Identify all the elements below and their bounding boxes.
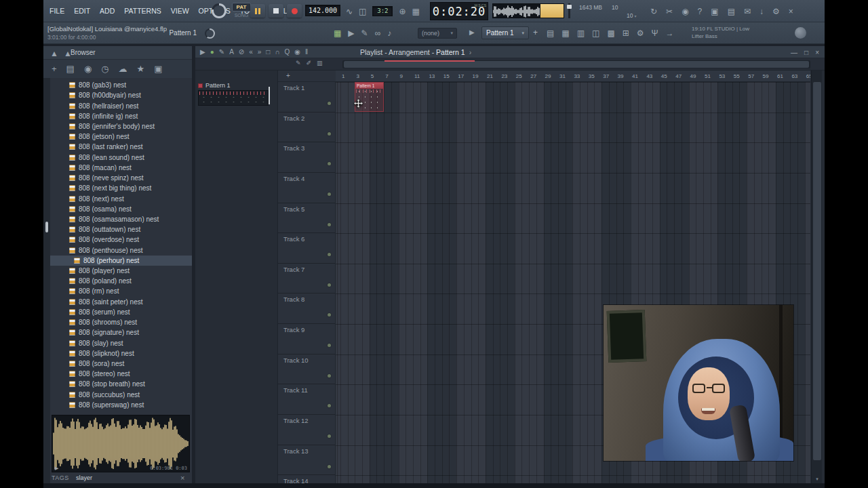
browser-file-item[interactable]: 808 (player) nest	[50, 266, 192, 276]
browser-file-item[interactable]: 808 (sora) nest	[50, 359, 192, 369]
magnet-icon[interactable]: ∩	[275, 49, 279, 56]
undo-icon[interactable]: ↻	[650, 7, 657, 16]
track-mute-dot[interactable]	[328, 162, 331, 165]
automation-icon[interactable]: A	[229, 49, 234, 56]
browser-file-item[interactable]: 808 (slipknot) nest	[50, 348, 192, 359]
browser-file-item[interactable]: 808 (poland) nest	[50, 276, 192, 286]
track-header[interactable]: Track 8	[278, 293, 336, 324]
note-icon[interactable]: ♪	[387, 29, 391, 37]
brush-tool-icon[interactable]: ✐	[307, 60, 312, 66]
master-pitch-slider[interactable]	[568, 3, 570, 18]
close-button[interactable]: ×	[815, 49, 819, 56]
draw-icon[interactable]: ✎	[361, 29, 368, 37]
track-mute-dot[interactable]	[328, 404, 331, 407]
timeline-ruler[interactable]: 1357911131517192123252729313335373941434…	[336, 70, 810, 82]
shine-button[interactable]	[795, 27, 806, 39]
track-header[interactable]: Track 13	[278, 445, 336, 476]
menu-edit[interactable]: EDIT	[69, 0, 95, 22]
track-mute-dot[interactable]	[328, 283, 331, 287]
track-header[interactable]: Track 12	[278, 415, 336, 445]
detach-icon[interactable]: ▶	[200, 49, 205, 56]
browser-file-item[interactable]: 808 (stop breath) nest	[50, 379, 192, 389]
save-icon[interactable]: ▣	[711, 7, 718, 16]
playlist-hscrollbar[interactable]	[342, 60, 810, 68]
play-pause-button[interactable]	[250, 4, 265, 18]
browser-file-item[interactable]: 808 (outtatown) nest	[50, 224, 192, 235]
browser-file-item[interactable]: 808 (osamasamason) nest	[50, 214, 192, 224]
menu-view[interactable]: VIEW	[166, 0, 194, 22]
track-header[interactable]: Track 3	[278, 142, 336, 173]
tags-value[interactable]: slayer	[76, 474, 92, 481]
wait-icon[interactable]: ⊕	[399, 7, 406, 16]
browser-file-item[interactable]: 808 (serum) nest	[50, 307, 192, 317]
browser-file-item[interactable]: 808 (macan) nest	[50, 163, 192, 173]
browser-file-item[interactable]: 808 (neve spinz) nest	[50, 173, 192, 183]
browser-file-item[interactable]: 808 (stereo) nest	[50, 369, 192, 379]
close-icon[interactable]: ×	[789, 7, 793, 16]
browser-toggle-icon[interactable]: ▩	[607, 29, 614, 37]
scroll-down-icon[interactable]: ▾	[812, 476, 823, 482]
preview-play-icon[interactable]: ▶	[55, 466, 58, 471]
menu-add[interactable]: ADD	[95, 0, 119, 22]
browser-file-item[interactable]: 808 (signature) nest	[50, 327, 192, 338]
browser-file-item[interactable]: 808 (shrooms) nest	[50, 317, 192, 327]
track-mute-dot[interactable]	[328, 253, 331, 256]
pause-tool-icon[interactable]: ‖	[305, 49, 308, 56]
browser-file-item[interactable]: 808 (jennifer's body) nest	[50, 121, 192, 131]
browser-file-item[interactable]: 808 (osama) nest	[50, 204, 192, 214]
record-icon[interactable]: ◉	[84, 64, 92, 73]
pattern-selector[interactable]: Pattern 1 ▾	[481, 26, 529, 39]
settings-icon[interactable]: ⚙	[772, 7, 780, 16]
menu-file[interactable]: FILE	[45, 0, 69, 22]
track-mute-dot[interactable]	[328, 313, 331, 317]
tags-close-icon[interactable]: ×	[180, 474, 184, 482]
pencil-icon[interactable]: ✎	[219, 49, 224, 56]
track-header[interactable]: Track 9	[278, 324, 336, 354]
browser-file-item[interactable]: 808 (next big thing) nest	[50, 183, 192, 193]
maximize-button[interactable]: □	[804, 49, 808, 56]
track-mute-dot[interactable]	[328, 465, 331, 468]
move-icon[interactable]: +	[52, 64, 57, 73]
browser-file-item[interactable]: 808 (succubus) nest	[50, 390, 192, 400]
mixer-icon[interactable]: ◫	[592, 29, 599, 37]
marquee-icon[interactable]: □	[266, 49, 270, 56]
pattern-next-icon[interactable]: ▶	[469, 29, 475, 36]
main-volume-knob[interactable]	[212, 3, 226, 18]
slip-icon[interactable]: ⊘	[239, 49, 244, 56]
browser-file-item[interactable]: 808 (hellraiser) nest	[50, 100, 192, 110]
track-header[interactable]: Track 14	[278, 475, 336, 483]
browser-file-item[interactable]: 808 (rm) nest	[50, 286, 192, 296]
track-mute-dot[interactable]	[328, 192, 331, 196]
track-header[interactable]: Track 4	[278, 173, 336, 203]
star-icon[interactable]: ★	[137, 64, 145, 73]
tempo-display[interactable]: 142.000	[305, 5, 340, 16]
mic-icon[interactable]: ◉	[682, 7, 688, 16]
picker-pattern-item[interactable]: Pattern 1	[198, 82, 231, 89]
collapse-all-icon[interactable]: ▲	[50, 49, 58, 58]
help-icon[interactable]: ?	[698, 7, 703, 16]
playlist-titlebar[interactable]: ▶●✎A⊘«»□∩Q◉‖ Playlist - Arrangement - Pa…	[195, 46, 825, 58]
add-pattern-button[interactable]: +	[533, 28, 538, 37]
swing-knob[interactable]	[205, 28, 215, 39]
playlist-icon[interactable]: ▤	[547, 29, 554, 37]
browser-file-item[interactable]: 808 (perhour) nest	[50, 256, 192, 266]
browser-file-item[interactable]: 808 (lean sound) nest	[50, 152, 192, 163]
hscrollbar-handle[interactable]	[344, 61, 809, 68]
track-header[interactable]: Track 10	[278, 354, 336, 385]
minimize-button[interactable]: —	[791, 49, 797, 56]
track-header[interactable]: Track 1	[278, 82, 336, 113]
cut-icon[interactable]: ✂	[666, 7, 673, 16]
browser-file-item[interactable]: 808 (infinite ig) nest	[50, 111, 192, 121]
selector-dropdown[interactable]: (none) ▾	[418, 28, 457, 39]
monitor-icon[interactable]: ▤	[728, 7, 735, 16]
polyphony-count[interactable]: 10▾	[627, 12, 636, 19]
time-display[interactable]: 0:02:20 M:S:CS	[430, 2, 488, 20]
browser-file-item[interactable]: 808 (gab3) nest	[50, 80, 192, 90]
track-header[interactable]: Track 11	[278, 384, 336, 415]
track-mute-dot[interactable]	[328, 344, 331, 347]
splitter-icon[interactable]: Ψ	[652, 29, 658, 37]
playlist-vscrollbar[interactable]: ▾	[811, 70, 822, 483]
slice-tool-icon[interactable]: ▥	[317, 60, 323, 66]
preview-icon[interactable]: ◉	[294, 49, 300, 56]
track-header[interactable]: Track 2	[278, 113, 336, 143]
